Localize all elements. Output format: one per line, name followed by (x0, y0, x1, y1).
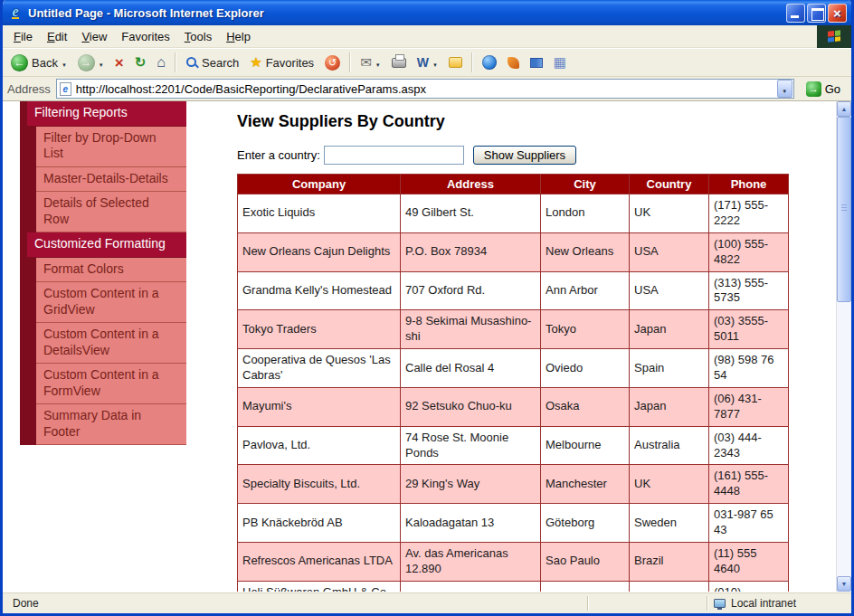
cell-city: Manchester (541, 465, 630, 504)
home-button[interactable] (152, 52, 170, 73)
scroll-up-button[interactable] (837, 101, 851, 117)
discuss-icon (449, 57, 462, 68)
page-favicon-icon (60, 82, 71, 96)
research-icon (508, 57, 519, 69)
cell-country: UK (630, 465, 709, 504)
refresh-button[interactable] (130, 52, 151, 73)
history-button[interactable] (320, 52, 345, 73)
close-button[interactable] (828, 4, 847, 23)
cell-company: Specialty Biscuits, Ltd. (238, 465, 401, 504)
minimize-button[interactable] (786, 4, 805, 23)
status-empty-pane (589, 592, 707, 613)
search-button[interactable]: Search (181, 53, 243, 72)
forward-button[interactable] (73, 52, 109, 74)
menu-view[interactable]: View (74, 27, 114, 46)
favorites-star-icon (250, 54, 261, 71)
sidebar-section-customized-formatting[interactable]: Customized Formatting (27, 232, 186, 258)
back-button[interactable]: Back (6, 52, 71, 74)
back-dropdown-icon[interactable] (62, 56, 67, 70)
mail-button[interactable] (356, 52, 385, 73)
cell-phone: (100) 555-4822 (709, 232, 789, 271)
vertical-scrollbar[interactable] (836, 101, 851, 592)
messenger-button[interactable] (526, 55, 547, 71)
forward-icon (78, 54, 95, 71)
sidebar-item-summary-data-in-footer[interactable]: Summary Data in Footer (36, 404, 186, 445)
menu-favorites[interactable]: Favorites (114, 27, 176, 46)
cell-phone: (171) 555-2222 (709, 194, 789, 233)
sidebar-item-details-of-selected-row[interactable]: Details of Selected Row (36, 192, 186, 232)
sidebar-section-filtering-reports[interactable]: Filtering Reports (27, 101, 186, 127)
menu-items: FileEditViewFavoritesToolsHelp (6, 27, 258, 46)
search-label: Search (202, 56, 239, 70)
cell-address: 49 Gilbert St. (401, 194, 541, 233)
stop-button[interactable] (110, 52, 128, 73)
toolbar: Back Search Favorites W (3, 48, 851, 77)
menu-file[interactable]: File (6, 27, 40, 46)
local-intranet-icon (714, 599, 726, 608)
address-dropdown-button[interactable] (777, 80, 792, 98)
menu-bar: FileEditViewFavoritesToolsHelp (3, 25, 851, 48)
toolbar-separator (471, 52, 473, 72)
sidebar-item-custom-content-in-a-gridview[interactable]: Custom Content in a GridView (36, 282, 186, 323)
maximize-button[interactable] (807, 4, 826, 23)
edit-dropdown-icon[interactable] (432, 56, 438, 70)
scroll-down-button[interactable] (837, 576, 851, 592)
page-title: View Suppliers By Country (237, 112, 836, 131)
cell-company: Heli Süßwaren GmbH & Co. KG (238, 581, 401, 592)
favorites-button[interactable]: Favorites (245, 52, 318, 73)
address-url: http://localhost:2201/Code/BasicReportin… (76, 82, 773, 96)
cell-country: Germany (630, 581, 709, 592)
sidebar-nav: Filtering ReportsFilter by Drop-Down Lis… (20, 101, 186, 445)
column-header-address: Address (401, 175, 541, 194)
cell-country: USA (630, 271, 709, 310)
cell-phone: (98) 598 76 54 (709, 349, 789, 388)
cell-city: Melbourne (541, 426, 630, 465)
forward-dropdown-icon[interactable] (99, 56, 104, 70)
sidebar-item-master-details-details[interactable]: Master-Details-Details (36, 167, 186, 193)
favorites-label: Favorites (266, 56, 314, 70)
suppliers-table: CompanyAddressCityCountryPhone Exotic Li… (237, 174, 789, 592)
sidebar-item-custom-content-in-a-formview[interactable]: Custom Content in a FormView (36, 364, 186, 404)
ie-logo-icon (7, 5, 24, 21)
table-row: Cooperativa de Quesos 'Las Cabras'Calle … (238, 349, 789, 388)
status-text: Done (5, 595, 587, 611)
links-button[interactable] (549, 52, 571, 73)
address-label: Address (7, 82, 51, 96)
country-input[interactable] (324, 146, 464, 165)
scrollbar-thumb[interactable] (837, 117, 851, 302)
address-bar: Address http://localhost:2201/Code/Basic… (3, 77, 851, 101)
cell-city: Tokyo (541, 310, 630, 349)
discuss-button[interactable] (444, 54, 467, 71)
menu-tools[interactable]: Tools (177, 27, 219, 46)
cell-city: Ann Arbor (541, 271, 630, 310)
cell-phone: (03) 3555-5011 (709, 310, 789, 349)
cell-city: Osaka (541, 387, 630, 426)
print-button[interactable] (387, 55, 411, 71)
status-bar: Done Local intranet (3, 592, 851, 613)
msn-button[interactable] (478, 52, 501, 72)
cell-company: Refrescos Americanas LTDA (238, 543, 401, 582)
table-row: Heli Süßwaren GmbH & Co. KGTiergartenstr… (238, 581, 789, 592)
table-row: Grandma Kelly's Homestead707 Oxford Rd.A… (238, 271, 789, 310)
cell-phone: (03) 444-2343 (709, 426, 789, 465)
sidebar-item-custom-content-in-a-detailsview[interactable]: Custom Content in a DetailsView (36, 323, 186, 364)
cell-city: New Orleans (541, 232, 630, 271)
address-input[interactable]: http://localhost:2201/Code/BasicReportin… (56, 79, 794, 99)
mail-dropdown-icon[interactable] (375, 56, 381, 70)
sidebar-item-format-colors[interactable]: Format Colors (36, 258, 186, 283)
cell-address: 707 Oxford Rd. (401, 271, 541, 310)
table-row: New Orleans Cajun DelightsP.O. Box 78934… (238, 232, 789, 271)
menu-edit[interactable]: Edit (40, 27, 74, 46)
security-zone: Local intranet (708, 595, 849, 611)
cell-address: Av. das Americanas 12.890 (401, 543, 541, 582)
menu-help[interactable]: Help (219, 27, 258, 46)
show-suppliers-button[interactable]: Show Suppliers (473, 146, 576, 165)
table-row: Mayumi's92 Setsuko Chuo-kuOsakaJapan(06)… (238, 387, 789, 426)
go-button[interactable]: Go (800, 80, 847, 99)
zone-label: Local intranet (731, 597, 796, 610)
edit-with-word-button[interactable]: W (413, 52, 442, 72)
sidebar-item-filter-by-drop-down-list[interactable]: Filter by Drop-Down List (36, 127, 186, 167)
back-label: Back (32, 56, 58, 70)
research-button[interactable] (503, 54, 524, 71)
table-row: Refrescos Americanas LTDAAv. das America… (238, 543, 789, 582)
